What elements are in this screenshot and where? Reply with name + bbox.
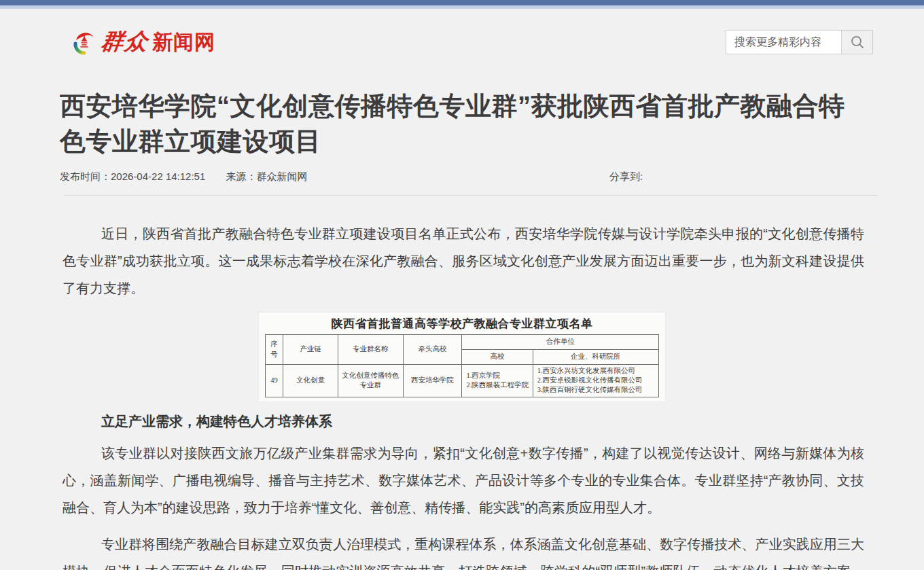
search-input[interactable] — [726, 31, 841, 54]
search-box — [726, 30, 873, 54]
approved-list-table-image: 陕西省首批普通高等学校产教融合专业群立项名单 序号 产业链 专业群名称 牵头高校… — [259, 313, 665, 402]
cell-partner-universities: 1.西京学院 2.陕西服装工程学院 — [462, 365, 533, 397]
partner-university-item: 1.西京学院 — [466, 371, 530, 380]
partner-enterprise-item: 3.陕西百铜行硬文化传媒有限公司 — [537, 385, 656, 395]
publish-time-label: 发布时间： — [60, 171, 111, 182]
brand-circle-icon — [73, 29, 96, 56]
col-header-partner-enterprises: 企业、科研院所 — [533, 350, 658, 365]
partner-enterprise-item: 2.西安卓锐影视文化传播有限公司 — [537, 376, 656, 385]
col-header-group: 专业群名称 — [338, 335, 404, 365]
cell-partner-enterprises: 1.西安永兴坊文化发展有限公司 2.西安卓锐影视文化传播有限公司 3.陕西百铜行… — [533, 365, 658, 397]
cell-chain: 文化创意 — [283, 365, 338, 397]
article-paragraph-1: 近日，陕西省首批产教融合特色专业群立项建设项目名单正式公布，西安培华学院传媒与设… — [63, 220, 864, 302]
approved-list-table: 序号 产业链 专业群名称 牵头高校 合作单位 高校 企业、科研院所 49 文化创… — [265, 334, 659, 397]
logo-script-text: 群众 — [100, 31, 151, 53]
article-paragraph-2: 该专业群以对接陕西文旅万亿级产业集群需求为导向，紧扣“文化创意+数字传播”，构建… — [63, 440, 864, 521]
cell-no: 49 — [266, 365, 283, 397]
article-container: 西安培华学院“文化创意传播特色专业群”获批陕西省首批产教融合特色专业群立项建设项… — [60, 88, 864, 570]
col-header-chain: 产业链 — [283, 335, 338, 365]
site-logo[interactable]: 群众 新闻网 — [73, 29, 215, 56]
col-header-no: 序号 — [266, 335, 283, 365]
col-header-partners: 合作单位 — [462, 335, 659, 350]
site-header: 群众 新闻网 — [0, 9, 924, 75]
source-value: 群众新闻网 — [256, 171, 307, 182]
article-title: 西安培华学院“文化创意传播特色专业群”获批陕西省首批产教融合特色专业群立项建设项… — [60, 88, 864, 159]
share-to-label: 分享到: — [609, 171, 643, 183]
article-meta-row: 发布时间：2026-04-22 14:12:51 来源：群众新闻网 分享到: — [60, 171, 864, 184]
partner-enterprise-item: 1.西安永兴坊文化发展有限公司 — [537, 366, 656, 376]
table-row: 49 文化创意 文化创意传播特色专业群 西安培华学院 1.西京学院 2.陕西服装… — [266, 365, 659, 397]
cell-lead: 西安培华学院 — [403, 365, 462, 397]
article-subheading: 立足产业需求，构建特色人才培养体系 — [63, 412, 864, 430]
col-header-partner-universities: 高校 — [462, 350, 533, 365]
search-button[interactable] — [841, 31, 872, 54]
meta-divider — [64, 195, 878, 196]
article-paragraph-3: 专业群将围绕产教融合目标建立双负责人治理模式，重构课程体系，体系涵盖文化创意基础… — [63, 531, 864, 570]
top-navigation-bar — [0, 0, 924, 5]
search-icon — [850, 35, 865, 50]
publish-time-value: 2026-04-22 14:12:51 — [111, 171, 205, 182]
source-label: 来源： — [226, 171, 256, 182]
cell-group: 文化创意传播特色专业群 — [338, 365, 404, 397]
col-header-lead: 牵头高校 — [403, 335, 462, 365]
table-image-title: 陕西省首批普通高等学校产教融合专业群立项名单 — [259, 316, 665, 332]
logo-block-text: 新闻网 — [152, 32, 215, 52]
partner-university-item: 2.陕西服装工程学院 — [466, 380, 530, 390]
